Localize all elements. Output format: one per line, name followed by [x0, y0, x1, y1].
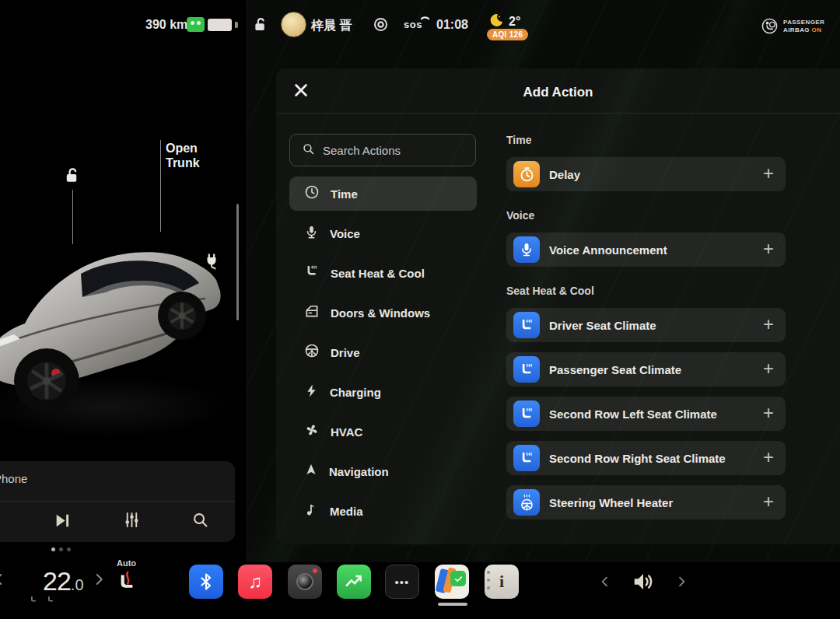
seat-heat-icon [513, 312, 540, 338]
action-steering-wheel-heater[interactable]: Steering Wheel Heater + [506, 485, 786, 519]
signal-arc-icon [421, 15, 429, 23]
search-icon[interactable] [191, 511, 209, 532]
bluetooth-app-icon[interactable] [189, 565, 223, 599]
add-icon[interactable]: + [763, 485, 774, 519]
add-icon[interactable]: + [763, 233, 774, 267]
open-trunk-button[interactable]: Open Trunk [166, 141, 200, 170]
action-label: Second Row Right Seat Climate [549, 452, 726, 465]
page-dot[interactable] [59, 547, 63, 551]
speaker-icon[interactable] [632, 570, 655, 593]
action-second-row-left-seat-climate[interactable]: Second Row Left Seat Climate + [506, 397, 786, 431]
page-dot[interactable] [51, 547, 55, 551]
active-app-indicator [438, 603, 467, 606]
category-navigation[interactable]: Navigation [289, 454, 477, 488]
navigation-arrow-icon [304, 463, 318, 480]
sos-indicator[interactable]: sos [404, 19, 422, 30]
seat-heater-button[interactable] [115, 569, 138, 597]
charging-icon [187, 17, 205, 32]
dashcam-record-icon[interactable] [373, 16, 389, 36]
binder-dots [487, 571, 490, 589]
category-label: Navigation [329, 465, 389, 478]
check-icon [450, 571, 466, 586]
next-track-icon[interactable] [53, 511, 72, 533]
fan-icon [304, 422, 320, 441]
aqi-badge[interactable]: AQI 126 [487, 29, 528, 40]
category-label: Voice [330, 227, 360, 240]
add-icon[interactable]: + [763, 157, 774, 191]
category-drive[interactable]: Drive [289, 335, 477, 369]
timer-icon [513, 161, 540, 187]
add-icon[interactable]: + [763, 352, 774, 386]
category-label: Time [331, 187, 358, 201]
add-icon[interactable]: + [763, 308, 774, 342]
search-input[interactable] [323, 144, 455, 157]
action-passenger-seat-climate[interactable]: Passenger Seat Climate + [506, 352, 786, 386]
tesla-touchscreen: Open Trunk 390 km 梓晨 晋 sos 01:08 2° AQI … [0, 0, 840, 619]
action-driver-seat-climate[interactable]: Driver Seat Climate + [506, 308, 786, 342]
vehicle-lock-icon[interactable] [252, 16, 268, 36]
airbag-line2: AIRBAG [783, 26, 810, 33]
media-mini-player[interactable]: Phone [0, 461, 235, 542]
scrollbar[interactable] [236, 204, 239, 320]
charge-port-icon[interactable] [203, 253, 220, 273]
volume-up-chevron[interactable] [675, 575, 688, 588]
action-voice-announcement[interactable]: Voice Announcement + [506, 233, 786, 267]
category-seat-heat-cool[interactable]: Seat Heat & Cool [289, 256, 477, 290]
open-trunk-line2: Trunk [166, 156, 200, 170]
music-app-icon[interactable]: ♫ [238, 565, 272, 599]
volume-control[interactable] [599, 570, 688, 593]
section-header-time: Time [506, 134, 531, 146]
driver-profile-avatar[interactable] [281, 12, 306, 37]
cabin-temperature-control[interactable]: 22.0 [43, 566, 84, 596]
search-actions-box[interactable] [289, 134, 476, 166]
music-note-glyph: ♫ [248, 571, 262, 593]
notes-app-icon[interactable]: i [485, 565, 519, 599]
media-page-dots[interactable] [51, 547, 71, 551]
category-voice[interactable]: Voice [289, 216, 477, 250]
temp-increase-chevron[interactable] [92, 572, 106, 589]
outside-temperature[interactable]: 2° [509, 15, 520, 29]
action-second-row-right-seat-climate[interactable]: Second Row Right Seat Climate + [506, 441, 786, 475]
driver-profile-name[interactable]: 梓晨 晋 [311, 18, 352, 34]
camera-app-icon[interactable] [288, 565, 322, 599]
category-label: HVAC [331, 425, 362, 439]
seat-heat-icon [513, 400, 540, 427]
moon-weather-icon [489, 12, 504, 30]
airbag-line1: PASSENGER [783, 19, 824, 26]
camera-lens [296, 573, 313, 590]
mini-seat-icon [45, 595, 56, 604]
equalizer-icon[interactable] [123, 511, 141, 532]
category-label: Media [330, 505, 363, 518]
seat-heat-icon [513, 356, 540, 383]
music-note-icon [304, 502, 319, 520]
modal-title: Add Action [276, 85, 840, 100]
category-label: Doors & Windows [331, 306, 430, 320]
category-time[interactable]: Time [289, 177, 477, 211]
clock-icon [304, 184, 320, 203]
seat-heater-mode-label: Auto [117, 558, 136, 568]
action-delay[interactable]: Delay + [506, 157, 786, 191]
media-divider [0, 501, 235, 502]
steering-heat-icon [513, 489, 540, 516]
clock: 01:08 [436, 18, 468, 32]
page-dot[interactable] [67, 547, 71, 551]
mini-seat-icon [28, 595, 39, 604]
category-media[interactable]: Media [289, 494, 477, 528]
add-icon[interactable]: + [763, 397, 774, 431]
temp-decrease-chevron[interactable] [0, 572, 6, 589]
more-apps-icon[interactable]: ••• [385, 565, 419, 599]
temperature-value: 22 [43, 566, 71, 596]
battery-range: 390 km [145, 18, 187, 32]
category-doors-windows[interactable]: Doors & Windows [289, 296, 477, 330]
action-label: Driver Seat Climate [549, 319, 656, 332]
add-icon[interactable]: + [763, 441, 774, 475]
category-hvac[interactable]: HVAC [289, 414, 477, 449]
action-label: Steering Wheel Heater [549, 496, 673, 509]
climate-sub-icons [28, 595, 56, 604]
tasks-app-icon[interactable] [435, 565, 469, 599]
car-unlock-icon[interactable] [63, 166, 81, 187]
stocks-app-icon[interactable] [337, 565, 371, 599]
volume-down-chevron[interactable] [599, 575, 611, 588]
search-icon [302, 142, 315, 159]
category-charging[interactable]: Charging [289, 375, 477, 409]
